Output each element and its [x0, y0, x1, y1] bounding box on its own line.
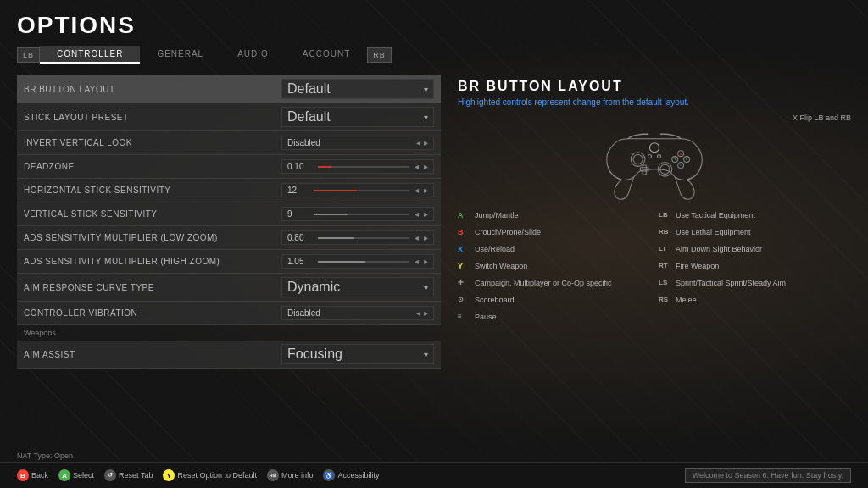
svg-point-2: [633, 155, 643, 164]
reset-option-label: Reset Option to Default: [177, 471, 257, 480]
option-label-invert: Invert Vertical Look: [24, 138, 281, 147]
tab-controller[interactable]: CONTROLLER: [40, 46, 140, 64]
right-arrow-deadzone[interactable]: ▸: [424, 162, 428, 171]
button-lb-icon: LB: [659, 210, 672, 219]
dropdown-value-br: Default: [287, 81, 331, 97]
left-arrow-ads-high[interactable]: ◂: [415, 257, 419, 266]
mapping-switch: Y Switch Weapon: [458, 261, 650, 276]
option-aim-curve[interactable]: Aim Response Curve Type Dynamic ▾: [17, 274, 441, 302]
option-value-h-stick: 12 ◂ ▸: [281, 183, 434, 197]
action-jump: Jump/Mantle: [475, 210, 519, 221]
action-ls: Sprint/Tactical Sprint/Steady Aim: [676, 278, 786, 289]
dropdown-br-button-layout[interactable]: Default ▾: [281, 79, 434, 99]
flip-label: X Flip LB and RB: [793, 114, 851, 122]
option-invert-vertical[interactable]: Invert Vertical Look Disabled ◂ ▸: [17, 131, 441, 155]
option-v-stick-sensitivity[interactable]: Vertical Stick Sensitivity 9 ◂ ▸: [17, 202, 441, 226]
option-aim-assist[interactable]: Aim Assist Focusing ▾: [17, 341, 441, 369]
footer-back-button[interactable]: B Back: [17, 469, 48, 481]
footer-reset-option-button[interactable]: Y Reset Option to Default: [163, 469, 257, 481]
left-arrow-ads-low[interactable]: ◂: [415, 233, 419, 242]
option-vibration[interactable]: Controller Vibration Disabled ◂ ▸: [17, 302, 441, 325]
action-scoreboard: Scoreboard: [475, 295, 515, 306]
left-arrow-vibration[interactable]: ◂: [416, 308, 420, 318]
action-dpad: Campaign, Multiplayer or Co-Op specific: [475, 278, 612, 289]
slider-ads-low[interactable]: [318, 237, 409, 239]
notification-text: Welcome to Season 6. Have fun. Stay fros…: [693, 471, 843, 480]
left-arrow-deadzone[interactable]: ◂: [415, 162, 419, 171]
svg-point-0: [649, 143, 659, 152]
mapping-scoreboard: ⊙ Scoreboard: [458, 295, 650, 310]
button-mapping: A Jump/Mantle LB Use Tactical Equipment …: [458, 210, 851, 327]
dropdown-stick-layout[interactable]: Default ▾: [281, 107, 434, 127]
dropdown-aim-assist[interactable]: Focusing ▾: [281, 344, 434, 364]
left-panel: BR Button Layout Default ▾ Stick Layout …: [17, 75, 441, 450]
footer-accessibility-button[interactable]: ♿ Accessibility: [323, 469, 379, 481]
right-panel-title: BR BUTTON LAYOUT: [458, 79, 851, 94]
left-arrow-invert[interactable]: ◂: [416, 138, 420, 147]
subtitle-rest: controls represent change from the defau…: [503, 97, 689, 107]
reset-tab-label: Reset Tab: [119, 471, 153, 480]
select-label: Select: [73, 471, 94, 480]
action-reload: Use/Reload: [475, 244, 515, 255]
slider-h-stick[interactable]: [314, 190, 409, 191]
svg-text:B: B: [680, 152, 682, 156]
notification-bar: Welcome to Season 6. Have fun. Stay fros…: [685, 468, 851, 483]
left-arrow-v-stick[interactable]: ◂: [415, 209, 419, 219]
option-ads-low[interactable]: ADS Sensitivity Multiplier (Low Zoom) 0.…: [17, 226, 441, 250]
slider-v-stick[interactable]: [314, 214, 409, 215]
footer-more-info-button[interactable]: RB More info: [267, 469, 314, 481]
left-arrow-h-stick[interactable]: ◂: [415, 186, 419, 195]
option-value-deadzone: 0.10 ◂ ▸: [281, 159, 434, 174]
tab-audio[interactable]: AUDIO: [220, 46, 286, 64]
flip-option[interactable]: X Flip LB and RB: [458, 114, 851, 122]
tab-general[interactable]: GENERAL: [140, 46, 220, 64]
more-info-label: More info: [281, 471, 314, 480]
value-aim-assist: Focusing: [287, 347, 342, 362]
value-ads-high: 1.05: [287, 257, 313, 266]
action-switch: Switch Weapon: [475, 261, 527, 272]
option-deadzone[interactable]: Deadzone 0.10 ◂ ▸: [17, 155, 441, 179]
option-ads-high[interactable]: ADS Sensitivity Multiplier (High Zoom) 1…: [17, 250, 441, 274]
mapping-rt: RT Fire Weapon: [659, 261, 851, 276]
value-aim-curve: Dynamic: [287, 280, 340, 295]
svg-point-11: [648, 155, 651, 158]
reset-tab-icon: ↺: [104, 469, 116, 481]
footer-reset-tab-button[interactable]: ↺ Reset Tab: [104, 469, 153, 481]
right-arrow-v-stick[interactable]: ▸: [424, 209, 428, 219]
b-icon: B: [17, 469, 29, 481]
nav-tabs: LB CONTROLLER GENERAL AUDIO ACCOUNT RB: [17, 46, 851, 64]
action-pause: Pause: [475, 312, 497, 323]
mapping-rs: RS Melee: [659, 295, 851, 310]
button-dpad-icon: ✛: [458, 278, 471, 287]
footer-select-button[interactable]: A Select: [58, 469, 94, 481]
right-arrow-ads-high[interactable]: ▸: [424, 257, 428, 266]
option-stick-layout-preset[interactable]: Stick Layout Preset Default ▾: [17, 103, 441, 131]
button-lt-icon: LT: [659, 244, 672, 253]
right-panel: BR BUTTON LAYOUT Highlighted controls re…: [458, 75, 851, 450]
action-rb: Use Lethal Equipment: [676, 227, 751, 238]
button-a-icon: A: [458, 210, 471, 221]
a-icon: A: [58, 469, 70, 481]
action-rt: Fire Weapon: [676, 261, 719, 272]
svg-point-12: [657, 155, 660, 158]
section-weapons: Weapons: [17, 325, 441, 341]
slider-ads-high[interactable]: [318, 261, 409, 263]
right-arrow-ads-low[interactable]: ▸: [424, 233, 428, 242]
button-menu-icon: ≡: [458, 312, 471, 321]
rb-button[interactable]: RB: [367, 47, 392, 63]
tab-account[interactable]: ACCOUNT: [286, 46, 367, 64]
option-br-button-layout[interactable]: BR Button Layout Default ▾: [17, 75, 441, 103]
dropdown-aim-curve[interactable]: Dynamic ▾: [281, 277, 434, 297]
slider-deadzone[interactable]: [318, 166, 409, 168]
button-view-icon: ⊙: [458, 295, 471, 304]
right-arrow-vibration[interactable]: ▸: [424, 308, 428, 318]
option-label-aim-curve: Aim Response Curve Type: [24, 283, 281, 292]
lb-button[interactable]: LB: [17, 47, 40, 63]
option-label-h-stick: Horizontal Stick Sensitivity: [24, 186, 281, 195]
option-label-v-stick: Vertical Stick Sensitivity: [24, 209, 281, 219]
option-h-stick-sensitivity[interactable]: Horizontal Stick Sensitivity 12 ◂ ▸: [17, 179, 441, 202]
right-arrow-invert[interactable]: ▸: [424, 138, 428, 147]
chevron-down-icon-3: ▾: [424, 283, 428, 292]
right-arrow-h-stick[interactable]: ▸: [424, 186, 428, 195]
mapping-reload: X Use/Reload: [458, 244, 650, 259]
